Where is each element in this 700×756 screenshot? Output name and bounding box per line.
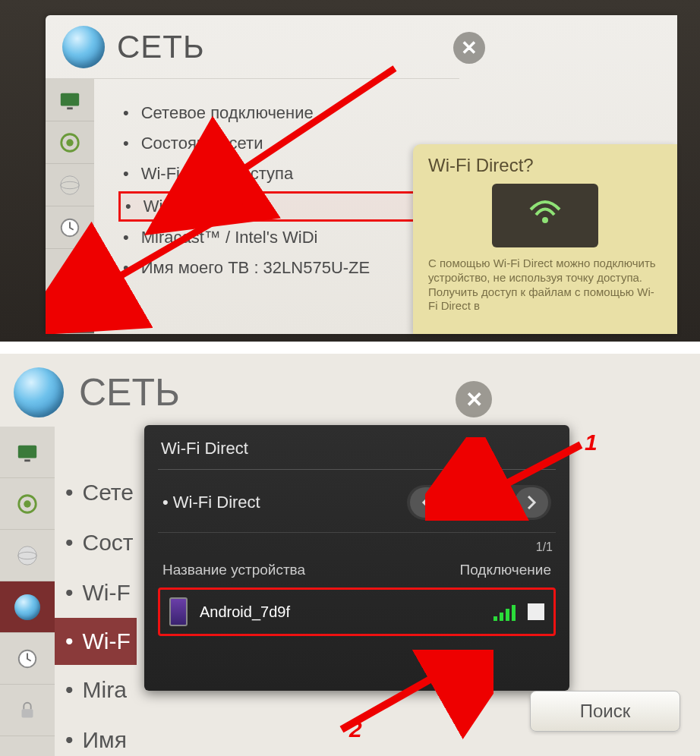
wifi-direct-panel: Wi-Fi Direct Wi-Fi Direct Вкл. 1/1 Назва… xyxy=(144,425,569,691)
sidebar-network-icon[interactable] xyxy=(0,581,55,633)
header: СЕТЬ xyxy=(46,15,459,79)
menu-item-miracast[interactable]: Miracast™ / Intel's WiDi xyxy=(123,223,443,254)
svg-rect-12 xyxy=(24,459,30,461)
screenshot-1: СЕТЬ ✕ Сетевое подключение xyxy=(0,0,700,342)
toggle-label: Wi-Fi Direct xyxy=(162,493,260,512)
close-button[interactable]: ✕ xyxy=(456,381,492,417)
menu-item-selected[interactable]: Wi-F xyxy=(55,618,137,665)
phone-icon xyxy=(169,597,188,626)
wifi-direct-toggle-row: Wi-Fi Direct Вкл. xyxy=(158,470,556,533)
sidebar-lock-icon[interactable] xyxy=(0,685,55,736)
sidebar-picture-icon[interactable] xyxy=(46,79,94,121)
svg-point-3 xyxy=(66,139,73,146)
page-title: СЕТЬ xyxy=(117,29,205,65)
toggle-prev-button[interactable] xyxy=(410,487,443,518)
menu-item[interactable]: Имя xyxy=(65,715,137,756)
close-button[interactable]: ✕ xyxy=(453,32,485,64)
sidebar xyxy=(0,427,55,756)
menu-item-wifi-direct[interactable]: Wi-Fi Direct xyxy=(118,191,448,222)
svg-rect-1 xyxy=(67,107,73,109)
menu-item-network-connection[interactable]: Сетевое подключение xyxy=(123,99,443,129)
signal-icon xyxy=(493,603,516,621)
sidebar-time-icon[interactable] xyxy=(0,633,55,685)
menu-item[interactable]: Сост xyxy=(65,518,137,568)
toggle-value: Вкл. xyxy=(445,494,513,512)
annotation-label-2: 2 xyxy=(349,717,362,742)
annotation-label-1: 1 xyxy=(585,430,598,455)
svg-rect-11 xyxy=(18,445,36,458)
svg-rect-18 xyxy=(22,709,33,717)
menu-item-wifi-hotspot[interactable]: Wi-Fi точка доступа xyxy=(123,159,443,190)
screenshot-2: СЕТЬ ✕ Сете Сост Wi-F Wi-F Mira Имя Wi-F… xyxy=(0,354,700,756)
menu-item-network-status[interactable]: Состояние сети xyxy=(123,129,443,159)
device-list-header: Название устройства Подключение xyxy=(158,557,556,587)
device-count: 1/1 xyxy=(158,533,556,557)
sidebar-network-icon[interactable] xyxy=(46,291,94,334)
menu-item[interactable]: Wi-F xyxy=(65,568,137,618)
tooltip-tv-icon xyxy=(492,184,598,247)
toggle-next-button[interactable] xyxy=(515,487,548,518)
tooltip-body: С помощью Wi-Fi Direct можно подключить … xyxy=(428,257,662,313)
panel-title: Wi-Fi Direct xyxy=(158,436,556,470)
device-row[interactable]: Android_7d9f xyxy=(158,587,556,636)
svg-rect-0 xyxy=(61,93,79,106)
svg-rect-7 xyxy=(65,269,76,277)
svg-point-14 xyxy=(24,500,30,507)
svg-point-4 xyxy=(61,175,79,194)
network-globe-icon xyxy=(62,26,105,68)
sidebar-channel-icon[interactable] xyxy=(46,164,94,206)
wifi-direct-tooltip: Wi-Fi Direct? С помощью Wi-Fi Direct мож… xyxy=(413,144,677,334)
sidebar xyxy=(46,79,94,334)
sidebar-lock-icon[interactable] xyxy=(46,249,94,291)
sidebar-sound-icon[interactable] xyxy=(46,121,94,164)
search-button[interactable]: Поиск xyxy=(530,691,680,732)
wifi-icon xyxy=(528,199,563,233)
col-device-name: Название устройства xyxy=(162,562,305,578)
menu-item[interactable]: Mira xyxy=(65,665,137,715)
wifi-direct-toggle[interactable]: Вкл. xyxy=(407,485,551,520)
tooltip-title: Wi-Fi Direct? xyxy=(428,155,662,176)
sidebar-picture-icon[interactable] xyxy=(0,427,55,478)
sidebar-channel-icon[interactable] xyxy=(0,530,55,581)
sidebar-time-icon[interactable] xyxy=(46,206,94,249)
header: СЕТЬ xyxy=(14,367,180,417)
network-menu-cut: Сете Сост Wi-F Wi-F Mira Имя xyxy=(65,468,137,756)
settings-window: СЕТЬ ✕ Сетевое подключение xyxy=(46,15,677,334)
menu-item[interactable]: Сете xyxy=(65,468,137,518)
svg-point-15 xyxy=(18,546,36,564)
col-connection: Подключение xyxy=(460,562,551,578)
svg-point-8 xyxy=(542,217,548,223)
sidebar-sound-icon[interactable] xyxy=(0,478,55,530)
connect-checkbox[interactable] xyxy=(528,603,544,620)
menu-item-tv-name[interactable]: Имя моего ТВ : 32LN575U-ZE xyxy=(123,254,443,284)
device-name: Android_7d9f xyxy=(200,603,481,621)
network-menu: Сетевое подключение Состояние сети Wi-Fi… xyxy=(94,79,457,291)
page-title: СЕТЬ xyxy=(79,370,180,414)
network-globe-icon xyxy=(14,367,64,417)
